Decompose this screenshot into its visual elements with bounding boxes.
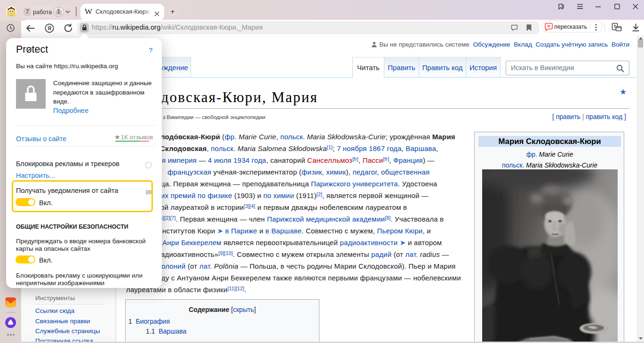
svg-text:Я: Я: [48, 25, 51, 31]
svg-text:«: «: [547, 23, 550, 29]
